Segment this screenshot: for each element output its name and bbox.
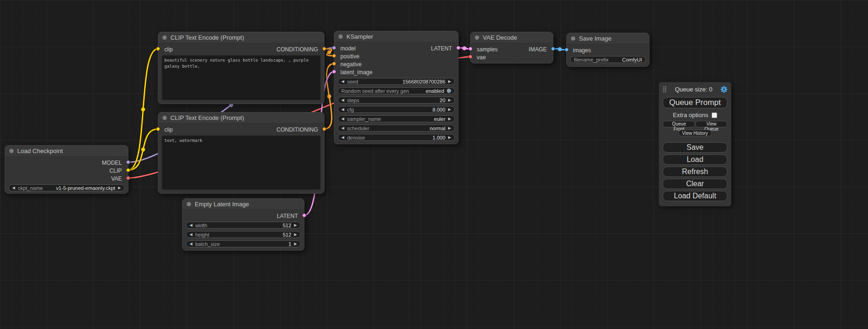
- input-slot-positive: positive: [334, 52, 360, 60]
- input-port-label: model: [340, 45, 356, 52]
- node-empty_latent_image[interactable]: Empty Latent ImageLATENT◀width512▶◀heigh…: [182, 198, 304, 251]
- decrement-arrow-icon[interactable]: ◀: [341, 108, 344, 112]
- input-slot-samples: samples: [471, 45, 498, 53]
- decrement-arrow-icon[interactable]: ◀: [190, 242, 192, 246]
- load-default-button[interactable]: Load Default: [663, 191, 727, 201]
- prompt-textarea[interactable]: beautiful scenery nature glass bottle la…: [162, 55, 321, 100]
- widget-batch_size[interactable]: ◀batch_size1▶: [186, 240, 301, 247]
- node-collapse-dot[interactable]: [339, 35, 343, 39]
- toggle-indicator[interactable]: [447, 89, 451, 93]
- output-port-MODEL[interactable]: [126, 160, 130, 164]
- node-titlebar[interactable]: VAE Decode: [471, 32, 553, 43]
- output-port-CONDITIONING[interactable]: [322, 47, 326, 51]
- decrement-arrow-icon[interactable]: ◀: [341, 126, 344, 130]
- node-collapse-dot[interactable]: [162, 35, 167, 40]
- node-vae_decode[interactable]: VAE DecodesamplesvaeIMAGE: [470, 32, 553, 63]
- node-title-label: VAE Decode: [483, 34, 517, 41]
- widget-sampler_name[interactable]: ◀sampler_nameeuler▶: [338, 115, 455, 122]
- node-save_image[interactable]: Save Imageimagesfilename_prefixComfyUI: [566, 33, 649, 67]
- input-port-latent_image[interactable]: [332, 70, 336, 74]
- decrement-arrow-icon[interactable]: ◀: [190, 233, 192, 237]
- widget-name: Random seed after every gen: [341, 88, 409, 94]
- widget-value: 1.000: [432, 135, 445, 140]
- increment-arrow-icon[interactable]: ▶: [448, 117, 451, 121]
- node-collapse-dot[interactable]: [9, 149, 14, 153]
- node-ksampler[interactable]: KSamplermodelpositivenegativelatent_imag…: [334, 31, 459, 144]
- increment-arrow-icon[interactable]: ▶: [448, 126, 451, 130]
- save-button[interactable]: Save: [663, 142, 727, 153]
- input-port-model[interactable]: [332, 46, 336, 50]
- node-titlebar[interactable]: CLIP Text Encode (Prompt): [158, 32, 324, 43]
- decrement-arrow-icon[interactable]: ◀: [190, 224, 192, 227]
- widget-name: filename_prefix: [574, 57, 609, 63]
- queue-prompt-button[interactable]: Queue Prompt: [663, 97, 727, 108]
- node-clip_encode_negative[interactable]: CLIP Text Encode (Prompt)clipCONDITIONIN…: [158, 112, 325, 194]
- widget-width[interactable]: ◀width512▶: [186, 222, 301, 229]
- widget-ckpt_name[interactable]: ◀ckpt_namev1-5-pruned-emaonly.ckpt▶: [8, 184, 125, 191]
- node-collapse-dot[interactable]: [475, 35, 479, 40]
- output-port-LATENT[interactable]: [302, 213, 306, 217]
- input-port-clip[interactable]: [156, 127, 160, 131]
- graph-canvas[interactable]: Load CheckpointMODELCLIPVAE◀ckpt_namev1-…: [0, 0, 868, 329]
- node-titlebar[interactable]: KSampler: [334, 31, 458, 42]
- increment-arrow-icon[interactable]: ▶: [294, 242, 297, 246]
- queue-front-button[interactable]: Queue Front: [663, 121, 695, 127]
- clear-button[interactable]: Clear: [663, 179, 727, 189]
- increment-arrow-icon[interactable]: ▶: [118, 186, 121, 190]
- output-port-LATENT[interactable]: [456, 46, 460, 50]
- node-collapse-dot[interactable]: [162, 116, 167, 120]
- decrement-arrow-icon[interactable]: ◀: [341, 136, 344, 140]
- increment-arrow-icon[interactable]: ▶: [294, 224, 297, 227]
- input-port-images[interactable]: [565, 48, 569, 52]
- output-slot-IMAGE: IMAGE: [529, 45, 553, 53]
- increment-arrow-icon[interactable]: ▶: [448, 136, 451, 140]
- input-port-positive[interactable]: [332, 54, 336, 58]
- menu-header: Queue size: 0: [663, 85, 727, 93]
- node-collapse-dot[interactable]: [187, 202, 191, 206]
- output-port-CONDITIONING[interactable]: [322, 127, 326, 131]
- decrement-arrow-icon[interactable]: ◀: [341, 117, 344, 121]
- widget-height[interactable]: ◀height512▶: [186, 231, 301, 238]
- node-collapse-dot[interactable]: [571, 36, 575, 41]
- decrement-arrow-icon[interactable]: ◀: [341, 80, 344, 84]
- output-port-label: MODEL: [102, 160, 122, 166]
- decrement-arrow-icon[interactable]: ◀: [341, 98, 344, 102]
- widget-seed[interactable]: ◀seed156680208700286▶: [338, 78, 455, 85]
- node-titlebar[interactable]: Load Checkpoint: [5, 146, 128, 157]
- increment-arrow-icon[interactable]: ▶: [448, 98, 451, 102]
- refresh-button[interactable]: Refresh: [663, 167, 727, 177]
- view-history-button[interactable]: View History: [678, 130, 712, 136]
- node-load_checkpoint[interactable]: Load CheckpointMODELCLIPVAE◀ckpt_namev1-…: [5, 145, 128, 194]
- view-queue-button[interactable]: View Queue: [695, 121, 727, 127]
- widget-value: 1: [289, 241, 291, 247]
- settings-gear-icon[interactable]: [720, 86, 727, 93]
- widget-filename_prefix[interactable]: filename_prefixComfyUI: [570, 56, 646, 63]
- widget-name: denoise: [347, 135, 365, 140]
- widget-random-seed-after-every-gen[interactable]: Random seed after every genenabled: [338, 87, 455, 94]
- widget-steps[interactable]: ◀steps20▶: [338, 97, 455, 104]
- drag-handle-icon[interactable]: [663, 86, 667, 93]
- input-port-vae[interactable]: [468, 55, 473, 59]
- output-port-CLIP[interactable]: [126, 168, 130, 172]
- prompt-textarea[interactable]: text, watermark: [162, 135, 321, 190]
- increment-arrow-icon[interactable]: ▶: [448, 108, 451, 112]
- node-clip_encode_positive[interactable]: CLIP Text Encode (Prompt)clipCONDITIONIN…: [158, 32, 325, 104]
- extra-options-checkbox[interactable]: [712, 112, 717, 118]
- node-titlebar[interactable]: Empty Latent Image: [183, 199, 304, 210]
- increment-arrow-icon[interactable]: ▶: [294, 233, 297, 237]
- extra-options-row: Extra options: [663, 112, 727, 119]
- input-port-negative[interactable]: [332, 62, 336, 66]
- output-port-IMAGE[interactable]: [551, 47, 555, 51]
- node-titlebar[interactable]: Save Image: [567, 33, 649, 44]
- widget-cfg[interactable]: ◀cfg8.000▶: [338, 106, 455, 113]
- decrement-arrow-icon[interactable]: ◀: [12, 186, 15, 190]
- node-titlebar[interactable]: CLIP Text Encode (Prompt): [158, 112, 324, 124]
- output-port-VAE[interactable]: [126, 176, 130, 180]
- widget-scheduler[interactable]: ◀schedulernormal▶: [338, 125, 455, 132]
- widget-denoise[interactable]: ◀denoise1.000▶: [338, 134, 455, 141]
- link-midpoint-dot: [462, 46, 466, 50]
- increment-arrow-icon[interactable]: ▶: [448, 80, 451, 84]
- load-button[interactable]: Load: [663, 154, 727, 165]
- input-port-samples[interactable]: [468, 47, 473, 51]
- input-port-clip[interactable]: [156, 47, 160, 51]
